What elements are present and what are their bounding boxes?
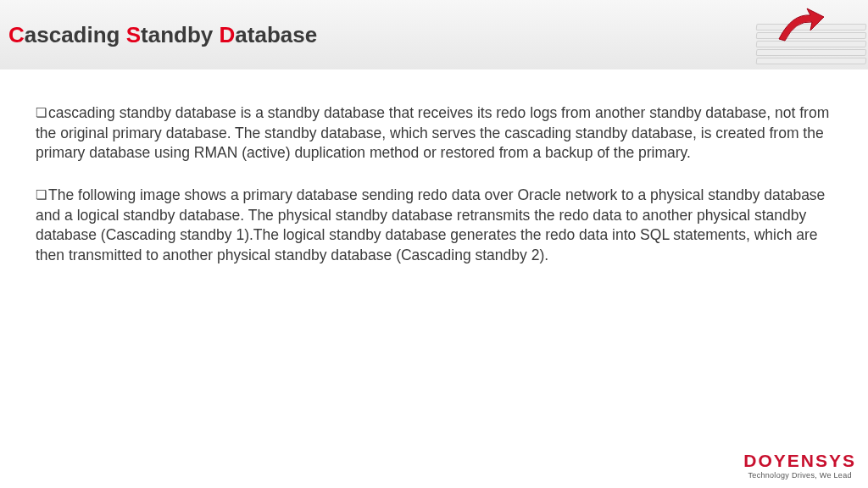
title-cap-1: C <box>8 22 25 47</box>
content-area: ❏cascading standby database is a standby… <box>0 69 868 265</box>
paragraph-2-text: The following image shows a primary data… <box>36 186 825 263</box>
paragraph-1-text: cascading standby database is a standby … <box>36 104 829 161</box>
paragraph-2: ❏The following image shows a primary dat… <box>36 186 832 266</box>
corner-graphic <box>732 0 868 69</box>
bullet-icon: ❏ <box>36 186 47 203</box>
title-word-1: ascading <box>25 22 126 47</box>
footer-brand: DOYENSYS <box>743 452 856 469</box>
bullet-icon: ❏ <box>36 104 47 121</box>
footer-logo: DOYENSYS Technology Drives, We Lead <box>743 452 856 480</box>
paragraph-1: ❏cascading standby database is a standby… <box>36 103 832 164</box>
title-cap-2: S <box>126 22 141 47</box>
page-title: Cascading Standby Database <box>8 22 317 48</box>
title-word-3: atabase <box>235 22 317 47</box>
red-arrow-icon <box>775 5 826 47</box>
title-cap-3: D <box>220 22 236 47</box>
title-word-2: tandby <box>141 22 219 47</box>
header-band: Cascading Standby Database <box>0 0 868 69</box>
footer-tagline: Technology Drives, We Lead <box>743 471 856 480</box>
